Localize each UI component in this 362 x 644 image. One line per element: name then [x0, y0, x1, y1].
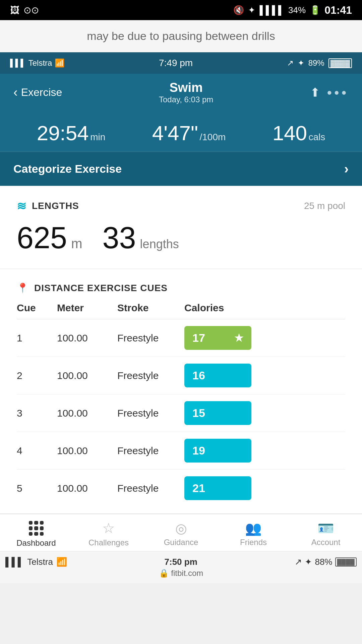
- friends-icon: 👥: [245, 522, 262, 535]
- cue-4-stroke: Freestyle: [117, 445, 184, 457]
- calories-badge-5-value: 21: [192, 482, 205, 495]
- bottom-carrier: Telstra: [27, 557, 53, 567]
- inner-time: 7:49 pm: [159, 58, 193, 68]
- bottom-status-top: ▌▌▌ Telstra 📶 7:50 pm ↗ ✦ 88% ▓▓▓▓: [5, 557, 357, 567]
- header-stroke: Stroke: [117, 302, 184, 314]
- cue-row-4: 4 100.00 Freestyle 19: [17, 432, 345, 470]
- pace-stat: 4'47" /100m: [152, 121, 226, 145]
- cue-4-meter: 100.00: [57, 445, 117, 457]
- nav-item-friends[interactable]: 👥 Friends: [230, 522, 277, 547]
- status-right-icons: 🔇 ✦ ▌▌▌▌ 34% 🔋 01:41: [233, 4, 352, 16]
- cue-2-num: 2: [17, 370, 57, 381]
- bottom-status-bar: ▌▌▌ Telstra 📶 7:50 pm ↗ ✦ 88% ▓▓▓▓ 🔒 fit…: [0, 551, 362, 583]
- bottom-wifi-icon: 📶: [56, 557, 67, 567]
- inner-status-right: ↗ ✦ 89% ▓▓▓▓: [287, 58, 352, 68]
- cue-1-calories: 17 ★: [184, 326, 345, 350]
- dashboard-label: Dashboard: [16, 538, 56, 548]
- header-cue: Cue: [17, 302, 57, 314]
- battery-percent: 34%: [288, 5, 306, 15]
- distance-unit: m: [71, 236, 82, 251]
- time-display: 01:41: [324, 4, 352, 16]
- lengths-count: 33: [103, 221, 136, 255]
- categorize-chevron-icon: ›: [344, 161, 349, 176]
- calories-badge-2-value: 16: [192, 369, 205, 382]
- lengths-header: ≋ LENGTHS 25 m pool: [17, 199, 345, 213]
- distance-cues-title: 📍 DISTANCE EXERCISE CUES: [17, 282, 168, 293]
- header-calories: Calories: [184, 302, 345, 314]
- cue-row-3: 3 100.00 Freestyle 15: [17, 394, 345, 432]
- lengths-stats: 625 m 33 lengths: [17, 221, 345, 255]
- star-icon-1: ★: [234, 332, 243, 344]
- lengths-section: ≋ LENGTHS 25 m pool 625 m 33 lengths: [0, 186, 362, 269]
- cue-1-stroke: Freestyle: [117, 332, 184, 344]
- pin-icon: 📍: [17, 282, 29, 293]
- calories-badge-1-value: 17: [192, 331, 205, 344]
- share-icon[interactable]: ⬆: [310, 86, 320, 100]
- bluetooth-icon: ✦: [248, 5, 255, 15]
- bottom-time: 7:50 pm: [165, 557, 197, 567]
- image-icon: 🖼: [10, 5, 19, 16]
- nav-item-challenges[interactable]: ☆ Challenges: [85, 521, 132, 547]
- exercise-subtitle: Today, 6:03 pm: [159, 95, 213, 104]
- bottom-signal-icon: ▌▌▌: [5, 557, 24, 567]
- categorize-exercise-row[interactable]: Categorize Exercise ›: [0, 152, 362, 186]
- voicemail-icon: ⊙⊙: [23, 5, 39, 16]
- status-left-icons: 🖼 ⊙⊙: [10, 5, 39, 16]
- nav-right-actions: ⬆ ●●●: [310, 86, 349, 100]
- calories-badge-3-value: 15: [192, 407, 205, 420]
- bottom-arrow-icon: ↗: [295, 557, 302, 567]
- calories-stat: 140 cals: [273, 121, 325, 145]
- content-area: ≋ LENGTHS 25 m pool 625 m 33 lengths 📍 D…: [0, 186, 362, 514]
- cue-row-2: 2 100.00 Freestyle 16: [17, 357, 345, 394]
- inner-status-left: ▌▌▌ Telstra 📶: [10, 58, 65, 68]
- cue-3-meter: 100.00: [57, 408, 117, 419]
- duration-unit: min: [90, 132, 105, 142]
- guidance-label: Guidance: [164, 538, 198, 547]
- inner-arrow-icon: ↗: [287, 58, 294, 68]
- nav-item-dashboard[interactable]: Dashboard: [13, 521, 60, 548]
- account-icon: 🪪: [317, 522, 334, 535]
- more-options-icon[interactable]: ●●●: [327, 87, 349, 98]
- challenges-icon: ☆: [102, 521, 115, 535]
- calories-badge-4: 19: [184, 439, 251, 463]
- cue-3-calories: 15: [184, 401, 345, 425]
- pace-value: 4'47": [152, 121, 198, 145]
- inner-signal-icon: ▌▌▌: [10, 59, 26, 67]
- challenges-label: Challenges: [88, 538, 129, 547]
- header-meter: Meter: [57, 302, 117, 314]
- signal-icon: ▌▌▌▌: [259, 5, 284, 15]
- friends-label: Friends: [240, 538, 267, 547]
- calories-value: 140: [273, 121, 307, 145]
- cue-4-calories: 19: [184, 439, 345, 463]
- inner-carrier: Telstra: [28, 58, 52, 68]
- notice-text: may be due to pausing between drills: [0, 20, 362, 52]
- cue-1-num: 1: [17, 332, 57, 344]
- cue-5-meter: 100.00: [57, 483, 117, 494]
- nav-item-account[interactable]: 🪪 Account: [302, 522, 349, 547]
- inner-wifi-icon: 📶: [55, 58, 65, 68]
- distance-group: 625 m: [17, 221, 82, 255]
- cue-5-num: 5: [17, 483, 57, 494]
- distance-cues-section: 📍 DISTANCE EXERCISE CUES Cue Meter Strok…: [0, 269, 362, 514]
- categorize-label: Categorize Exercise: [13, 162, 122, 175]
- bottom-battery: 88%: [315, 557, 332, 567]
- bottom-bluetooth-icon: ✦: [305, 557, 312, 567]
- stats-row: 29:54 min 4'47" /100m 140 cals: [0, 111, 362, 152]
- calories-badge-4-value: 19: [192, 444, 205, 457]
- count-group: 33 lengths: [103, 221, 179, 255]
- calories-badge-1: 17 ★: [184, 326, 251, 350]
- system-status-bar: 🖼 ⊙⊙ 🔇 ✦ ▌▌▌▌ 34% 🔋 01:41: [0, 0, 362, 20]
- cue-4-num: 4: [17, 445, 57, 457]
- nav-item-guidance[interactable]: ◎ Guidance: [158, 522, 204, 547]
- back-button[interactable]: ‹ Exercise: [13, 85, 62, 100]
- wave-icon: ≋: [17, 199, 26, 213]
- bottom-navigation: Dashboard ☆ Challenges ◎ Guidance 👥 Frie…: [0, 514, 362, 551]
- cue-2-calories: 16: [184, 364, 345, 387]
- lengths-count-unit: lengths: [140, 237, 179, 251]
- cue-2-stroke: Freestyle: [117, 370, 184, 381]
- inner-battery-icon: ▓▓▓▓: [328, 58, 352, 68]
- account-label: Account: [311, 538, 341, 547]
- table-header: Cue Meter Stroke Calories: [17, 297, 345, 319]
- cue-row-1: 1 100.00 Freestyle 17 ★: [17, 319, 345, 357]
- calories-unit: cals: [309, 132, 325, 142]
